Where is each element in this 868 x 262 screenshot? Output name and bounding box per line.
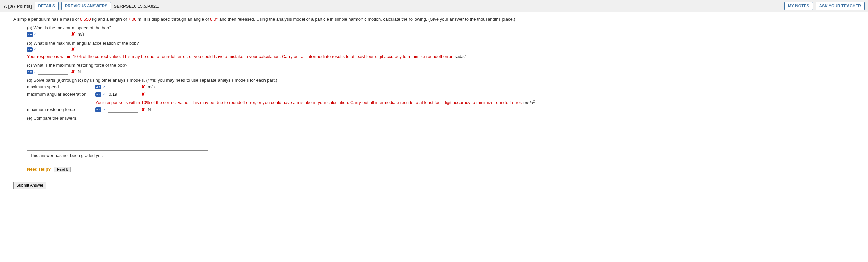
- x-icon: ✘: [141, 107, 145, 113]
- check-icon: ✓: [103, 92, 106, 97]
- part-d-question: (d) Solve parts (a)through (c) by using …: [27, 77, 855, 83]
- mass-value: 0.650: [80, 17, 91, 22]
- points-badge: 4.0: [27, 47, 33, 51]
- points-badge: 4.0: [27, 32, 33, 37]
- x-icon: ✘: [71, 69, 75, 74]
- details-button[interactable]: DETAILS: [35, 2, 59, 10]
- part-e-textarea[interactable]: [27, 123, 141, 146]
- points-badge: 4.0: [27, 70, 33, 74]
- part-d: (d) Solve parts (a)through (c) by using …: [27, 77, 855, 113]
- previous-answers-button[interactable]: PREVIOUS ANSWERS: [61, 2, 111, 10]
- check-icon: ✓: [103, 107, 106, 112]
- part-a-input[interactable]: [38, 31, 68, 37]
- angle-value: 8.0°: [210, 17, 218, 22]
- part-b-feedback: Your response is within 10% of the corre…: [27, 53, 855, 60]
- x-icon: ✘: [141, 84, 145, 90]
- submit-answer-button[interactable]: Submit Answer: [13, 182, 46, 189]
- points-badge: 4.0: [95, 85, 101, 89]
- question-reference: SERPSE10 15.5.P.021.: [114, 4, 159, 9]
- part-b-input[interactable]: [38, 46, 68, 52]
- part-c-question: (c) What is the maximum restoring force …: [27, 62, 855, 68]
- d-row3-input[interactable]: [108, 107, 138, 113]
- problem-statement: A simple pendulum has a mass of 0.650 kg…: [13, 16, 855, 23]
- need-help-row: Need Help? Read It: [27, 166, 855, 172]
- x-icon: ✘: [71, 46, 75, 51]
- d-row1-label: maximum speed: [27, 84, 94, 90]
- need-help-label: Need Help?: [27, 166, 51, 172]
- d-row3-unit: N: [148, 107, 151, 113]
- d-row1-input[interactable]: [108, 84, 138, 90]
- d-row1-unit: m/s: [148, 84, 155, 90]
- read-it-button[interactable]: Read It: [54, 166, 71, 172]
- part-e-question: (e) Compare the answers.: [27, 115, 855, 121]
- question-header: 7. [0/7 Points] DETAILS PREVIOUS ANSWERS…: [0, 0, 868, 12]
- part-a: (a) What is the maximum speed of the bob…: [27, 25, 855, 37]
- d-row3-label: maximum restoring force: [27, 107, 94, 113]
- check-icon: ✓: [33, 33, 36, 36]
- points-badge: 4.0: [95, 107, 101, 112]
- part-c: (c) What is the maximum restoring force …: [27, 62, 855, 74]
- d-row2-label: maximum angular acceleration: [27, 91, 94, 98]
- x-icon: ✘: [71, 32, 75, 37]
- length-value: 7.00: [128, 17, 136, 22]
- d-row2-input[interactable]: [108, 91, 138, 98]
- part-c-input[interactable]: [38, 69, 68, 75]
- question-number: 7. [0/7 Points]: [3, 4, 32, 9]
- graded-status: This answer has not been graded yet.: [27, 150, 208, 161]
- part-e: (e) Compare the answers. This answer has…: [27, 115, 855, 161]
- part-b: (b) What is the maximum angular accelera…: [27, 40, 855, 60]
- my-notes-button[interactable]: MY NOTES: [784, 2, 813, 10]
- check-icon: ✓: [33, 70, 36, 73]
- part-a-unit: m/s: [78, 32, 85, 37]
- part-b-question: (b) What is the maximum angular accelera…: [27, 40, 855, 46]
- points-badge: 4.0: [95, 92, 101, 97]
- question-body: A simple pendulum has a mass of 0.650 kg…: [0, 12, 868, 176]
- x-icon: ✘: [141, 91, 145, 98]
- d-row2-feedback: Your response is within 10% of the corre…: [95, 99, 855, 106]
- ask-teacher-button[interactable]: ASK YOUR TEACHER: [816, 2, 865, 10]
- part-a-question: (a) What is the maximum speed of the bob…: [27, 25, 855, 31]
- check-icon: ✓: [33, 47, 36, 51]
- check-icon: ✓: [103, 85, 106, 89]
- part-c-unit: N: [78, 69, 81, 74]
